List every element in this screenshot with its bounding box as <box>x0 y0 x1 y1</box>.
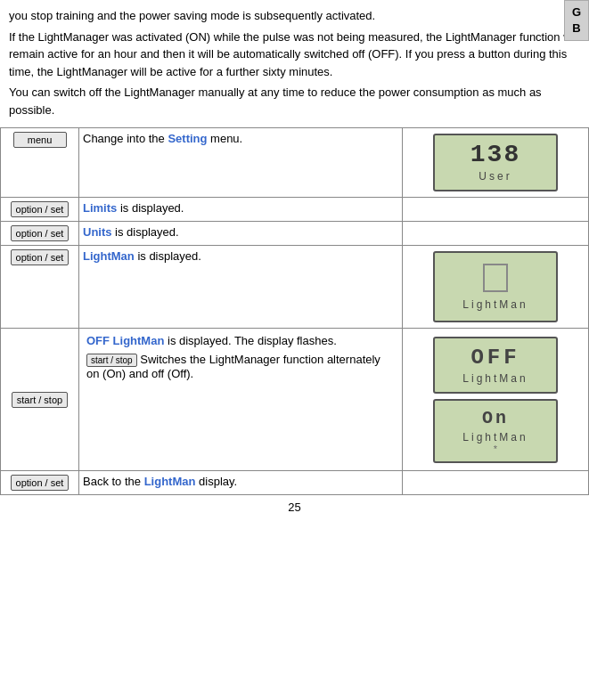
img-cell-6 <box>403 471 589 495</box>
lcd-display-5a: OFF LightMan <box>433 337 558 394</box>
desc-cell-1: Change into the Setting menu. <box>79 128 403 198</box>
table-row: option / set Back to the LightMan displa… <box>1 471 589 495</box>
desc-text-5b: is displayed. The display flashes. <box>168 334 337 347</box>
desc-text-5a: OFF LightMan is displayed. The display f… <box>86 334 395 347</box>
desc-highlight-4: LightMan <box>83 249 135 263</box>
button-cell-5: start / stop <box>1 329 79 471</box>
img-cell-5: OFF LightMan On LightMan * <box>403 329 589 471</box>
table-row: menu Change into the Setting menu. 138 U… <box>1 128 589 198</box>
lcd-bottom-1: User <box>440 170 551 183</box>
button-cell-2: option / set <box>1 198 79 222</box>
option-set-button-3[interactable]: option / set <box>11 225 70 241</box>
button-cell-3: option / set <box>1 222 79 246</box>
top-para3: You can switch off the LightManager manu… <box>9 84 580 118</box>
start-stop-button-5[interactable]: start / stop <box>12 392 68 408</box>
lcd-label-4: LightMan <box>462 298 528 311</box>
lcd-top-1: 138 <box>440 142 551 167</box>
tab-g: G <box>572 5 581 19</box>
desc-highlight-5a: OFF LightMan <box>86 334 164 347</box>
table-row: option / set Limits is displayed. <box>1 198 589 222</box>
desc-text-6b: display. <box>195 475 237 488</box>
lcd-off-text: OFF <box>440 346 551 370</box>
desc-cell-2: Limits is displayed. <box>79 198 403 222</box>
top-para1: you stop training and the power saving m… <box>9 7 580 25</box>
img-cell-1: 138 User <box>403 128 589 198</box>
button-cell-1: menu <box>1 128 79 198</box>
desc-cell-5: OFF LightMan is displayed. The display f… <box>79 329 403 471</box>
gb-tab: G B <box>564 0 589 41</box>
top-text: you stop training and the power saving m… <box>0 0 589 127</box>
desc-highlight-3: Units <box>83 225 112 239</box>
desc-text-5c: start / stop Switches the LightManager f… <box>86 353 395 380</box>
table-row: start / stop OFF LightMan is displayed. … <box>1 329 589 471</box>
desc-text-1a: Change into the <box>83 132 168 145</box>
desc-cell-3: Units is displayed. <box>79 222 403 246</box>
top-para2: If the LightManager was activated (ON) w… <box>9 28 580 81</box>
desc-highlight-6: LightMan <box>144 475 196 488</box>
lcd-off-label: LightMan <box>440 372 551 385</box>
desc-cell-4: LightMan is displayed. <box>79 246 403 329</box>
img-cell-4: LightMan <box>403 246 589 329</box>
top-section: G B you stop training and the power savi… <box>0 0 589 127</box>
menu-button[interactable]: menu <box>13 132 67 148</box>
button-cell-6: option / set <box>1 471 79 495</box>
desc-text-4: is displayed. <box>135 249 201 263</box>
option-set-button-2[interactable]: option / set <box>11 201 70 217</box>
lcd-icon-4 <box>483 264 508 292</box>
lcd-on-label: LightMan <box>440 431 551 444</box>
option-set-button-4[interactable]: option / set <box>11 249 70 265</box>
tab-b: B <box>572 21 580 35</box>
desc-text-6a: Back to the <box>83 475 144 488</box>
table-row: option / set LightMan is displayed. Ligh… <box>1 246 589 329</box>
table-row: option / set Units is displayed. <box>1 222 589 246</box>
lcd-display-4: LightMan <box>433 251 558 322</box>
lcd-asterisk: * <box>440 444 551 454</box>
desc-highlight-2: Limits <box>83 201 117 215</box>
option-set-button-6[interactable]: option / set <box>11 475 70 491</box>
main-table: menu Change into the Setting menu. 138 U… <box>0 127 589 495</box>
button-cell-4: option / set <box>1 246 79 329</box>
desc-highlight-1: Setting <box>168 132 207 145</box>
page-number: 25 <box>0 495 589 519</box>
lcd-on-text: On <box>440 408 551 428</box>
lcd-display-5b: On LightMan * <box>433 399 558 463</box>
img-cell-3 <box>403 222 589 246</box>
desc-text-3: is displayed. <box>112 225 179 239</box>
img-cell-2 <box>403 198 589 222</box>
lcd-display-1: 138 User <box>433 134 558 191</box>
desc-cell-6: Back to the LightMan display. <box>79 471 403 495</box>
start-stop-button-inline[interactable]: start / stop <box>86 354 137 367</box>
desc-text-2: is displayed. <box>117 201 184 215</box>
desc-text-1b: menu. <box>207 132 242 145</box>
